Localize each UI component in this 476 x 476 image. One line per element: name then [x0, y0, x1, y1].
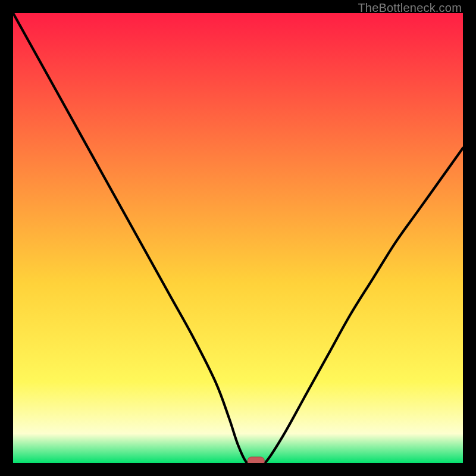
bottleneck-chart	[13, 13, 463, 463]
gradient-background	[13, 13, 463, 463]
optimal-marker	[248, 457, 264, 463]
chart-plot-area	[13, 13, 463, 463]
